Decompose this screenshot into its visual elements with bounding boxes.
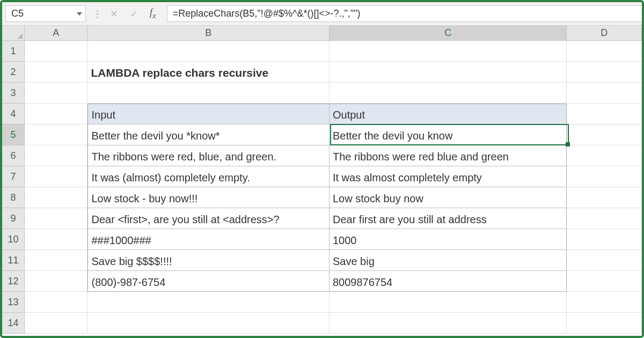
cell-text: Dear <first>, are you still at <address>… [91, 214, 279, 226]
cell[interactable] [330, 292, 567, 313]
cell[interactable] [567, 271, 642, 292]
row-header[interactable]: 3 [2, 83, 25, 104]
row-header[interactable]: 1 [2, 41, 25, 62]
row-header[interactable]: 4 [2, 104, 25, 124]
cell[interactable] [25, 83, 88, 104]
table-cell-output[interactable]: 8009876754 [330, 271, 567, 292]
row: 8 Low stock - buy now!!! Low stock buy n… [2, 187, 642, 208]
cell[interactable] [25, 124, 88, 145]
row-header[interactable]: 6 [2, 145, 25, 166]
cell[interactable] [25, 229, 88, 250]
cell[interactable] [567, 313, 642, 334]
row: 2 LAMBDA replace chars recursive [2, 62, 642, 83]
title-cell[interactable]: LAMBDA replace chars recursive [87, 62, 329, 83]
cell-text: Low stock buy now [333, 193, 423, 205]
col-header-D[interactable]: D [567, 26, 642, 40]
row-header[interactable]: 10 [2, 229, 25, 250]
cell[interactable] [567, 250, 642, 271]
cell[interactable] [567, 187, 642, 208]
table-cell-input[interactable]: Save big $$$$!!!! [87, 250, 329, 271]
cell[interactable] [25, 313, 88, 334]
cell[interactable] [25, 187, 88, 208]
table-cell-output[interactable]: Save big [330, 250, 567, 271]
formula-text: =ReplaceChars(B5,"!@#$%^&*()[]<>-?.,",""… [173, 8, 361, 19]
cell[interactable] [330, 313, 567, 334]
row: 11 Save big $$$$!!!! Save big [2, 250, 642, 271]
table-cell-output[interactable]: Better the devil you know [330, 124, 567, 145]
cell[interactable] [567, 83, 642, 104]
select-all-corner[interactable] [2, 26, 25, 40]
cancel-icon[interactable]: ✕ [110, 8, 118, 20]
row-header[interactable]: 14 [2, 313, 25, 334]
col-header-C[interactable]: C [330, 26, 567, 40]
cell[interactable] [25, 292, 88, 313]
table-cell-input[interactable]: It was (almost) completely empty. [87, 166, 329, 187]
row-header[interactable]: 12 [2, 271, 25, 292]
row-header[interactable]: 8 [2, 187, 25, 208]
formula-controls: ✕ ✓ fx [86, 2, 167, 25]
col-header-A[interactable]: A [25, 26, 88, 40]
cell[interactable] [567, 229, 642, 250]
cell[interactable] [567, 292, 642, 313]
row: 5 Better the devil you *know* Better the… [2, 124, 642, 145]
table-cell-output[interactable]: Low stock buy now [330, 187, 567, 208]
table-cell-input[interactable]: Dear <first>, are you still at <address>… [87, 208, 329, 229]
drag-handle-icon[interactable] [97, 9, 98, 18]
spreadsheet-grid: A B C D 1 2 LAMBDA replace chars recursi… [2, 26, 642, 336]
cell[interactable] [25, 145, 88, 166]
row: 4 Input Output [2, 104, 642, 124]
col-header-B[interactable]: B [87, 26, 329, 40]
cell[interactable] [25, 166, 88, 187]
cell[interactable] [330, 83, 567, 104]
cell[interactable] [25, 271, 88, 292]
row: 12 (800)-987-6754 8009876754 [2, 271, 642, 292]
table-cell-input[interactable]: Low stock - buy now!!! [87, 187, 329, 208]
row-header[interactable]: 7 [2, 166, 25, 187]
table-cell-input[interactable]: Better the devil you *know* [87, 124, 329, 145]
cell[interactable] [87, 83, 329, 104]
cell[interactable] [567, 208, 642, 229]
cell[interactable] [567, 104, 642, 124]
cell[interactable] [87, 292, 329, 313]
cell[interactable] [567, 145, 642, 166]
row-header[interactable]: 11 [2, 250, 25, 271]
cell-text: Save big $$$$!!!! [91, 255, 172, 268]
table-cell-input[interactable]: The ribbons were red, blue, and green. [87, 145, 329, 166]
table-header-input[interactable]: Input [87, 104, 329, 124]
cell-text: ###1000### [91, 234, 151, 247]
cell-text: (800)-987-6754 [91, 276, 165, 289]
table-cell-output[interactable]: Dear first are you still at address [330, 208, 567, 229]
chevron-down-icon[interactable] [77, 12, 82, 16]
row-header[interactable]: 13 [2, 292, 25, 313]
table-header-output[interactable]: Output [330, 104, 567, 124]
fx-icon[interactable]: fx [150, 7, 156, 20]
table-cell-output[interactable]: The ribbons were red blue and green [330, 145, 567, 166]
table-cell-input[interactable]: ###1000### [87, 229, 329, 250]
cell[interactable] [330, 41, 567, 62]
formula-bar: C5 ✕ ✓ fx =ReplaceChars(B5,"!@#$%^&*()[]… [2, 2, 642, 26]
row: 3 [2, 83, 642, 104]
cell[interactable] [567, 166, 642, 187]
cell[interactable] [87, 313, 329, 334]
cell[interactable] [567, 41, 642, 62]
cell[interactable] [567, 124, 642, 145]
name-box[interactable]: C5 [5, 5, 86, 22]
row: 7 It was (almost) completely empty. It w… [2, 166, 642, 187]
cell[interactable] [25, 250, 88, 271]
confirm-icon[interactable]: ✓ [130, 8, 138, 20]
table-cell-input[interactable]: (800)-987-6754 [87, 271, 329, 292]
header-label: Output [333, 109, 365, 121]
row-header[interactable]: 2 [2, 62, 25, 83]
cell[interactable] [25, 104, 88, 124]
cell[interactable] [25, 41, 88, 62]
cell[interactable] [25, 208, 88, 229]
cell[interactable] [25, 62, 88, 83]
row-header[interactable]: 5 [2, 124, 25, 145]
table-cell-output[interactable]: It was almost completely empty [330, 166, 567, 187]
row-header[interactable]: 9 [2, 208, 25, 229]
cell[interactable] [87, 41, 329, 62]
formula-input[interactable]: =ReplaceChars(B5,"!@#$%^&*()[]<>-?.,",""… [167, 5, 642, 22]
cell[interactable] [567, 62, 642, 83]
table-cell-output[interactable]: 1000 [330, 229, 567, 250]
cell[interactable] [330, 62, 567, 83]
